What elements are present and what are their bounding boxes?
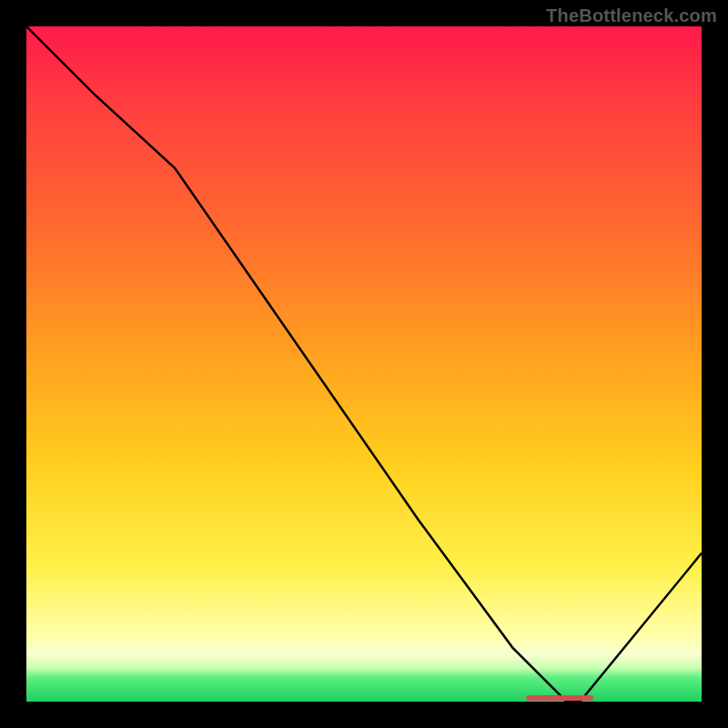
- plot-area: [26, 26, 702, 702]
- chart-frame: TheBottleneck.com: [0, 0, 728, 728]
- bottleneck-curve: [26, 26, 702, 702]
- optimum-marker: [526, 695, 593, 701]
- watermark-text: TheBottleneck.com: [546, 5, 717, 26]
